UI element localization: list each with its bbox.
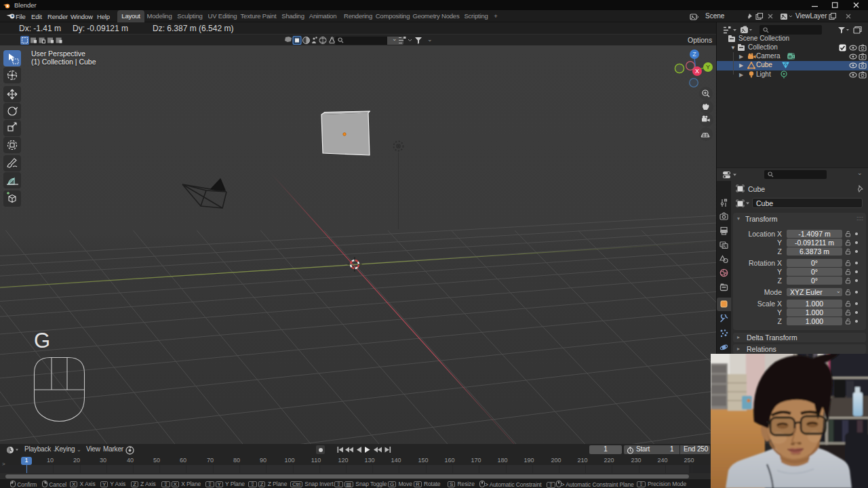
svg-text:X: X — [695, 68, 699, 75]
svg-text:Y: Y — [706, 64, 710, 70]
svg-text:Z: Z — [692, 51, 696, 58]
